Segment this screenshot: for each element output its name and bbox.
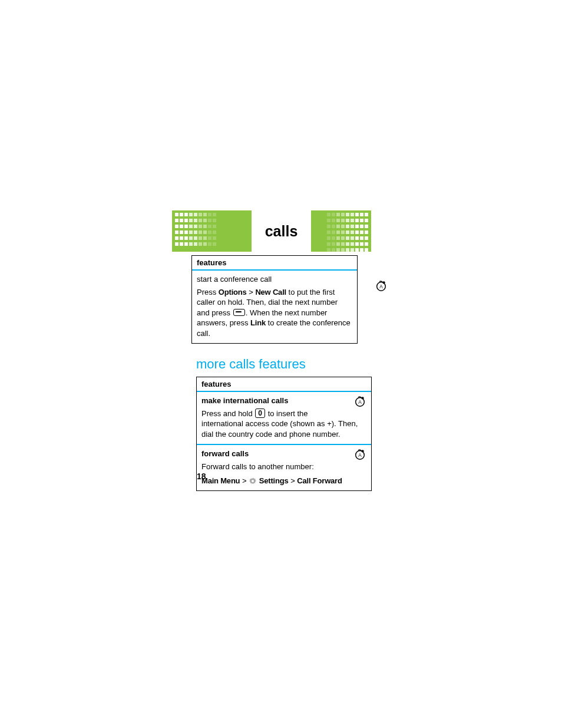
path-call-forward: Call Forward	[297, 476, 342, 485]
chapter-title: calls	[191, 210, 371, 252]
table2-header: features	[197, 377, 371, 392]
operator-dependent-icon: A	[353, 447, 366, 463]
settings-gear-icon	[249, 477, 256, 484]
t1-pre: Press	[197, 288, 219, 297]
table2-rowB: A forward calls Forward calls to another…	[197, 445, 371, 490]
table1-header: features	[192, 256, 357, 271]
t1-newcall: New Call	[255, 288, 286, 297]
zero-key-icon: 0	[255, 409, 265, 418]
send-key-icon	[233, 309, 245, 316]
t1-options: Options	[219, 288, 247, 297]
svg-point-9	[252, 480, 254, 482]
table1-row: start a conference call Press Options > …	[192, 271, 357, 343]
table1-row-title: start a conference call	[197, 274, 351, 285]
path-settings: Settings	[259, 476, 289, 485]
svg-text:A: A	[358, 400, 362, 405]
t1-gt1: >	[247, 288, 256, 297]
svg-point-2	[382, 281, 385, 284]
svg-text:A: A	[379, 284, 383, 289]
path-main-menu: Main Menu	[201, 476, 240, 485]
table2-rowA: A make international calls Press and hol…	[197, 392, 371, 444]
chapter-banner: calls	[191, 210, 371, 252]
table2-rowA-title: make international calls	[201, 396, 366, 406]
features-table-2: features A make international calls Pres…	[196, 377, 372, 491]
table2-rowB-desc: Forward calls to another number:	[201, 462, 366, 472]
path-gt2: >	[289, 476, 297, 485]
more-calls-heading: more calls features	[196, 357, 371, 372]
features-table-1: features start a conference call Press O…	[191, 255, 358, 344]
t2a-pre: Press and hold	[201, 409, 254, 418]
content-column: calls features start a conference call P…	[191, 210, 371, 491]
features-table-1-wrap: features start a conference call Press O…	[191, 255, 371, 344]
table1-row-body: Press Options > New Call to put the firs…	[197, 287, 351, 339]
operator-dependent-icon: A	[375, 279, 388, 294]
svg-point-8	[361, 450, 363, 453]
t1-link: Link	[250, 318, 266, 327]
table2-rowB-path: Main Menu > Settings > Call Forward	[201, 476, 366, 486]
svg-text:A: A	[358, 453, 362, 459]
table2-rowA-body: Press and hold 0 to insert the internati…	[201, 409, 366, 440]
svg-point-5	[361, 397, 363, 400]
operator-dependent-icon: A	[353, 394, 366, 410]
path-gt1: >	[240, 476, 249, 485]
page-number: 18	[197, 472, 206, 481]
table2-rowB-title: forward calls	[201, 449, 366, 459]
page: calls features start a conference call P…	[0, 0, 562, 728]
